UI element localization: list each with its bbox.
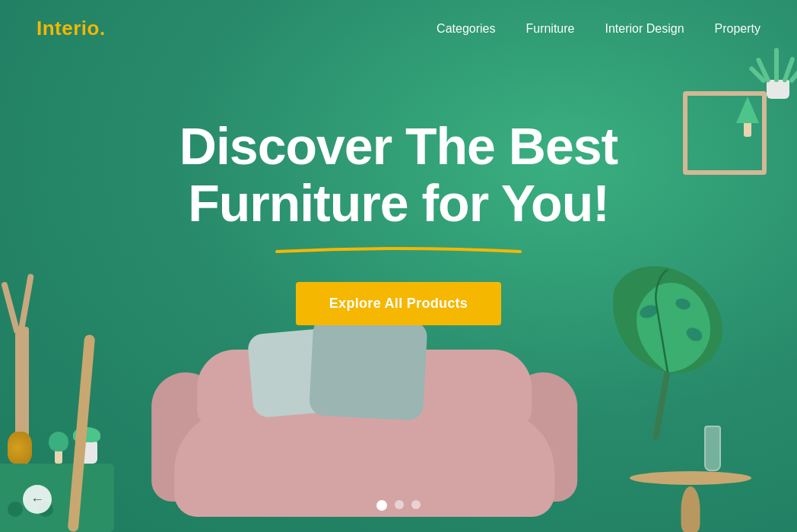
nav-furniture[interactable]: Furniture: [526, 22, 574, 35]
nav-property[interactable]: Property: [715, 22, 760, 35]
logo-accent: io.: [81, 17, 106, 40]
scroll-dot-3[interactable]: [411, 500, 421, 509]
nav-categories[interactable]: Categories: [437, 22, 495, 35]
nav-links: Categories Furniture Interior Design Pro…: [437, 22, 760, 36]
explore-button[interactable]: Explore All Products: [296, 282, 501, 325]
hero-content: Discover The Best Furniture for You! Exp…: [0, 57, 797, 325]
hero-title-line2: Furniture for You!: [188, 174, 609, 232]
scroll-dot-1[interactable]: [376, 500, 387, 511]
scroll-dots: [376, 500, 421, 511]
sofa: [151, 304, 577, 532]
logo-text-prefix: Inter: [37, 17, 81, 40]
hero-title: Discover The Best Furniture for You!: [0, 118, 797, 232]
coffee-table: [622, 456, 759, 532]
sofa-base: [174, 410, 554, 517]
table-leg: [681, 486, 700, 532]
sideboard: [0, 464, 114, 532]
title-underline: [269, 244, 528, 255]
scroll-left-button[interactable]: ←: [23, 485, 52, 514]
nav-interior-design[interactable]: Interior Design: [605, 22, 684, 35]
cushion-2: [309, 316, 428, 421]
gold-vase: [8, 432, 32, 464]
hero-title-line1: Discover The Best: [179, 117, 618, 175]
hero-section: Interio. Categories Furniture Interior D…: [0, 0, 797, 532]
left-arrow-icon: ←: [30, 492, 44, 508]
scroll-dot-2[interactable]: [395, 500, 404, 509]
navbar: Interio. Categories Furniture Interior D…: [0, 0, 797, 57]
plant-small-left: [46, 433, 72, 464]
table-top: [630, 471, 751, 485]
logo[interactable]: Interio.: [37, 17, 106, 40]
glass-vase: [704, 426, 721, 471]
